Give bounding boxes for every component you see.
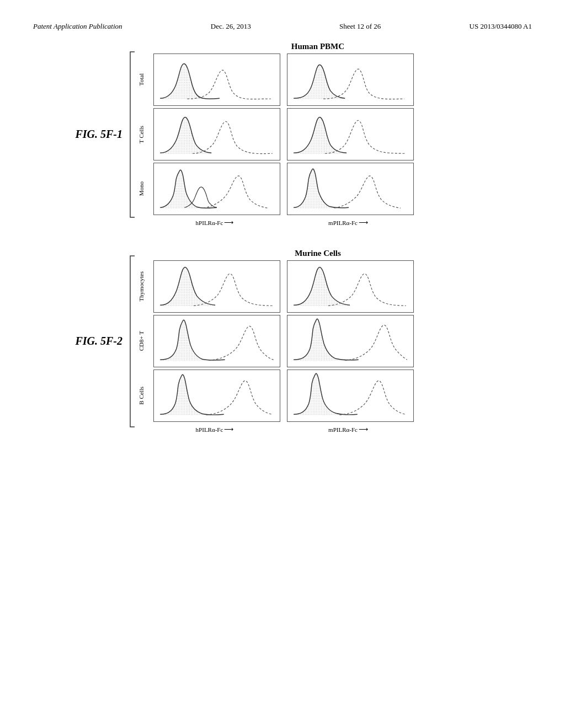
fig2-axis-row: hPILRα-Fc ⟶ mPILRα-Fc ⟶	[138, 425, 498, 433]
flowplot-svg-7	[154, 261, 280, 312]
flowplot-svg-12	[287, 370, 413, 421]
figure-5f-2-bracket-grid: Murine Cells Thymocytes	[127, 249, 498, 433]
fig2-xlabel-m: mPILRα-Fc ⟶	[285, 425, 412, 433]
page: Patent Application Publication Dec. 26, …	[0, 0, 565, 728]
fig1-label-total: Total	[138, 73, 149, 85]
flowplot-svg	[154, 54, 280, 105]
fig2-pair-cd8t	[153, 315, 498, 367]
fig1-plot-tcells-h	[153, 108, 280, 160]
fig2-xlabel-h-text: hPILRα-Fc	[196, 426, 223, 433]
fig1-row-mono: Mono	[138, 163, 498, 215]
bracket-left-1	[127, 42, 136, 227]
fig2-label-thymocytes: Thymocytes	[138, 271, 149, 301]
fig1-arrow-h: ⟶	[224, 218, 233, 227]
flowplot-svg-9	[154, 315, 280, 367]
fig2-xlabel-h: hPILRα-Fc ⟶	[151, 425, 278, 433]
flowplot-svg-10	[287, 315, 413, 367]
fig2-title: Murine Cells	[138, 249, 498, 258]
figure-5f-1-label: FIG. 5F-1	[67, 128, 122, 141]
flowplot-svg-6	[287, 163, 413, 215]
bracket-svg-1	[127, 49, 136, 220]
fig1-row-total: Total	[138, 53, 498, 106]
fig2-row-bcells: B Cells	[138, 370, 498, 422]
fig1-pair-tcells	[153, 108, 498, 160]
flowplot-svg-4	[287, 109, 413, 160]
flowplot-svg-8	[287, 261, 413, 312]
fig1-pair-total	[153, 53, 498, 106]
fig1-plot-tcells-m	[287, 108, 414, 160]
fig1-pair-mono	[153, 163, 498, 215]
bracket-svg-2	[127, 253, 136, 430]
fig2-plot-cd8t-m	[287, 315, 414, 367]
fig2-pair-thymocytes	[153, 260, 498, 313]
fig1-xlabel-m-text: mPILRα-Fc	[328, 220, 358, 226]
fig2-plot-thymocytes-m	[287, 260, 414, 313]
fig1-axis-row: hPILRα-Fc ⟶ mPILRα-Fc ⟶	[138, 218, 498, 227]
fig1-xlabel-h-text: hPILRα-Fc	[196, 220, 223, 226]
fig1-arrow-m: ⟶	[359, 218, 368, 227]
header-publication-label: Patent Application Publication	[33, 22, 122, 31]
fig1-plot-mono-h	[153, 163, 280, 215]
fig1-label-mono: Mono	[138, 181, 149, 196]
fig1-xlabel-h: hPILRα-Fc ⟶	[151, 218, 278, 227]
figure-5f-2-label: FIG. 5F-2	[67, 335, 122, 347]
fig2-plot-cd8t-h	[153, 315, 280, 367]
fig1-xlabel-m: mPILRα-Fc ⟶	[285, 218, 412, 227]
page-header: Patent Application Publication Dec. 26, …	[33, 22, 532, 31]
fig2-plot-thymocytes-h	[153, 260, 280, 313]
fig1-plot-mono-m	[287, 163, 414, 215]
fig2-row-thymocytes: Thymocytes	[138, 260, 498, 313]
fig2-arrow-m: ⟶	[359, 425, 368, 433]
fig2-row-cd8t: CD8+ T	[138, 315, 498, 367]
flowplot-svg-5	[154, 163, 280, 215]
fig2-label-bcells: B Cells	[138, 387, 149, 405]
flowplot-svg-3	[154, 109, 280, 160]
figure-5f-1-block: FIG. 5F-1 Human PBMC Total	[67, 42, 498, 227]
fig1-title: Human PBMC	[138, 42, 498, 51]
fig1-row-tcells: T Cells	[138, 108, 498, 160]
fig1-label-tcells: T Cells	[138, 126, 149, 143]
charts-area-1: Human PBMC Total	[138, 42, 498, 227]
charts-area-2: Murine Cells Thymocytes	[138, 249, 498, 433]
fig1-plot-total-h	[153, 53, 280, 106]
header-date: Dec. 26, 2013	[211, 22, 251, 31]
main-content: FIG. 5F-1 Human PBMC Total	[33, 42, 532, 433]
figure-5f-1-bracket-grid: Human PBMC Total	[127, 42, 498, 227]
fig2-pair-bcells	[153, 370, 498, 422]
fig2-xlabel-m-text: mPILRα-Fc	[328, 426, 358, 433]
flowplot-svg-2	[287, 54, 413, 105]
fig2-arrow-h: ⟶	[224, 425, 233, 433]
fig1-plot-total-m	[287, 53, 414, 106]
fig2-plot-bcells-h	[153, 370, 280, 422]
flowplot-svg-11	[154, 370, 280, 421]
figure-5f-2-block: FIG. 5F-2 Murine Cells Thymocytes	[67, 249, 498, 433]
fig2-label-cd8t: CD8+ T	[138, 331, 149, 351]
header-patent-number: US 2013/0344080 A1	[470, 22, 532, 31]
fig2-plot-bcells-m	[287, 370, 414, 422]
bracket-left-2	[127, 249, 136, 433]
header-sheet: Sheet 12 of 26	[339, 22, 381, 31]
